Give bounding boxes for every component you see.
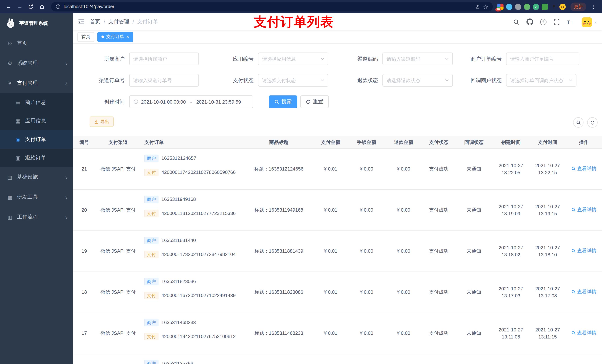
pay-channel: 微信 JSAPI 支付 (96, 330, 141, 337)
sidebar-item-devtool[interactable]: ▨ 研发工具 ∨ (0, 187, 73, 207)
channel-order-no-input[interactable] (133, 77, 195, 83)
merchant-select[interactable] (129, 52, 199, 65)
merchant-tag: 商户 (144, 196, 159, 203)
merchant-input[interactable] (133, 56, 195, 62)
search-button[interactable]: 搜索 (269, 95, 297, 108)
chevron-up-icon: ∧ (65, 81, 68, 85)
search-icon (571, 331, 576, 335)
view-detail-link[interactable]: 查看详情 (571, 206, 596, 213)
breadcrumb-pay[interactable]: 支付管理 (108, 19, 129, 25)
extension-icons: 10 ✓ 更新 ⋮ (497, 2, 598, 11)
search-icon (571, 290, 576, 294)
pay-order-cell: 商户163531135796 (141, 354, 244, 364)
pay-amount: ¥ 0.01 (313, 330, 348, 337)
breadcrumb-home[interactable]: 首页 (90, 19, 100, 25)
extension-green-icon[interactable] (524, 3, 530, 10)
help-icon[interactable]: ? (540, 19, 546, 25)
refund-status-select[interactable] (382, 74, 453, 87)
font-size-icon[interactable]: TT (567, 19, 574, 25)
sidebar-item-infra[interactable]: ▧ 基础设施 ∨ (0, 167, 73, 187)
merchant-order-no: 1635311949168 (161, 196, 196, 203)
toggle-search-button[interactable] (573, 117, 583, 128)
view-detail-link[interactable]: 查看详情 (571, 247, 596, 254)
close-icon[interactable]: × (126, 34, 129, 39)
back-icon[interactable]: ← (4, 2, 13, 11)
home-icon[interactable] (37, 2, 47, 11)
sidebar-item-merchant-info[interactable]: ▤ 商户信息 (0, 93, 73, 112)
tool-icon: ▨ (7, 194, 13, 200)
notify-status-label: 回调商户状态 (453, 74, 502, 87)
download-icon (94, 119, 98, 124)
pay-status-input[interactable] (262, 77, 321, 83)
fullscreen-icon[interactable] (553, 19, 559, 25)
collapse-sidebar-icon[interactable] (78, 19, 85, 25)
fee-amount: ¥ 0.00 (348, 207, 385, 214)
pay-tag: 支付 (144, 169, 159, 176)
search-icon[interactable] (513, 19, 519, 25)
create-time-range-picker[interactable]: 2021-10-01 00:00:00 - 2021-10-31 23:59:5… (129, 95, 253, 108)
date-end[interactable]: 2021-10-31 23:59:59 (196, 99, 241, 104)
pay-status-select[interactable] (258, 74, 328, 87)
chevron-down-icon: ∨ (65, 175, 68, 179)
refund-status-input[interactable] (387, 77, 445, 83)
github-icon[interactable] (526, 19, 533, 25)
view-detail-link[interactable]: 查看详情 (571, 288, 596, 296)
sidebar-item-refund-order[interactable]: ▣ 退款订单 (0, 149, 73, 167)
app-no-input[interactable] (262, 56, 321, 62)
orders-table: 编号支付渠道 支付订单 商品标题支付金额 手续金额退款金额 支付状态回调状态 创… (73, 136, 602, 364)
browser-update-button[interactable]: 更新 (570, 2, 586, 11)
reload-icon[interactable] (26, 2, 35, 11)
sidebar-item-pay-order[interactable]: ◉ 支付订单 (0, 130, 73, 149)
site-info-icon[interactable] (55, 4, 61, 9)
sidebar-item-system[interactable]: ⚙ 系统管理 ∨ (0, 53, 73, 73)
sidebar-item-app-info[interactable]: ▦ 应用信息 (0, 112, 73, 130)
view-detail-link[interactable]: 查看详情 (571, 165, 596, 172)
url-text[interactable]: localhost:1024/pay/order (64, 4, 472, 9)
pay-order-cell: 商户1635312124657 支付4200001174202110278060… (141, 149, 244, 189)
extension-grid-icon[interactable]: 10 (497, 3, 504, 10)
merchant-order-no-input[interactable] (510, 56, 575, 62)
refresh-icon (306, 99, 311, 104)
pay-time: 2021-10-2713:22:15 (529, 162, 566, 176)
merchant-order-no-field[interactable] (506, 52, 580, 65)
vue-devtools-icon[interactable]: ✓ (533, 3, 539, 10)
refresh-table-button[interactable] (587, 117, 598, 128)
tab-home[interactable]: 首页 (77, 32, 94, 42)
search-icon (571, 166, 576, 171)
pay-order-cell: 商户1635311468233 支付4200001194202110276752… (141, 313, 244, 354)
forward-icon[interactable]: → (15, 2, 24, 11)
fee-amount: ¥ 0.00 (348, 248, 385, 255)
notify-status-select[interactable] (506, 74, 576, 87)
merchant-order-no: 163531135796 (161, 360, 193, 364)
export-button[interactable]: 导出 (90, 116, 114, 127)
svg-text:T: T (567, 19, 570, 25)
browser-menu-icon[interactable]: ⋮ (589, 4, 598, 10)
extension-chat-icon[interactable] (542, 3, 548, 10)
sidebar-item-pay[interactable]: ¥ 支付管理 ∧ (0, 73, 73, 93)
sidebar-item-workflow[interactable]: ▥ 工作流程 ∨ (0, 207, 73, 227)
extension-gray-icon[interactable] (515, 3, 521, 10)
notify-status: 未通知 (455, 248, 492, 255)
app-no-select[interactable] (258, 52, 328, 65)
view-detail-link[interactable]: 查看详情 (571, 329, 596, 337)
logo[interactable]: 芋道管理系统 (0, 13, 73, 33)
profile-avatar-icon[interactable] (559, 3, 566, 10)
bookmark-star-icon[interactable]: ☆ (483, 3, 488, 10)
merchant-order-no-label: 商户订单编号 (453, 52, 502, 65)
channel-code-select[interactable] (382, 52, 453, 65)
user-avatar[interactable]: ∨ (581, 16, 597, 27)
notify-status-input[interactable] (510, 77, 569, 83)
date-start[interactable]: 2021-10-01 00:00:00 (141, 99, 186, 104)
channel-code-input[interactable] (387, 56, 445, 62)
pin-icon[interactable] (550, 3, 557, 10)
sidebar-item-home[interactable]: ⊙ 首页 (0, 33, 73, 53)
extension-drop-icon[interactable] (506, 3, 512, 10)
address-bar[interactable]: localhost:1024/pay/order ☆ (51, 2, 493, 11)
table-header: 编号支付渠道 支付订单 商品标题支付金额 手续金额退款金额 支付状态回调状态 创… (73, 136, 602, 149)
share-icon[interactable] (475, 4, 480, 9)
table-row: 17 微信 JSAPI 支付 商户1635311468233 支付4200001… (73, 313, 602, 354)
channel-order-no-field[interactable] (129, 74, 199, 87)
search-icon (274, 99, 279, 104)
reset-button[interactable]: 重置 (300, 95, 329, 108)
tab-pay-order[interactable]: 支付订单 × (97, 32, 133, 42)
